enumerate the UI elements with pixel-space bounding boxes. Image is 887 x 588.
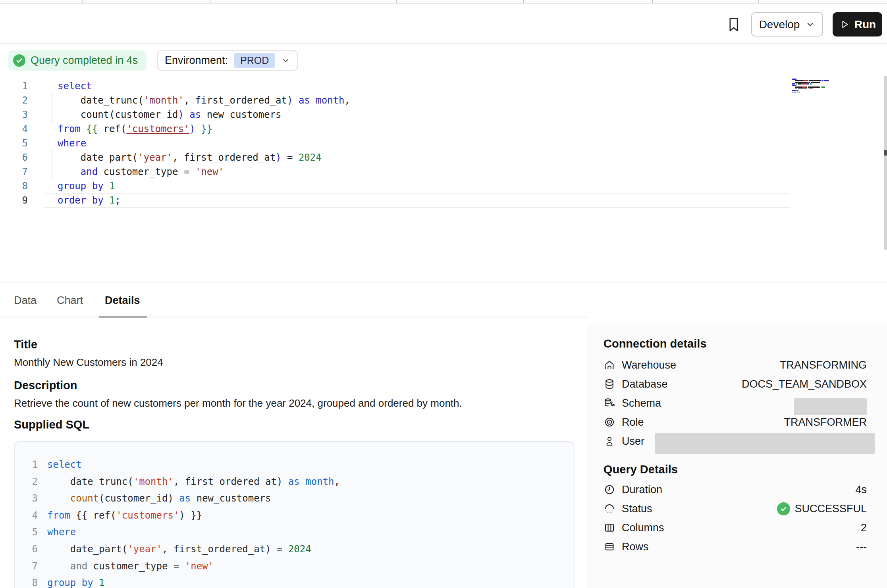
row-value: 4s bbox=[855, 484, 867, 496]
row-value: SUCCESSFUL bbox=[794, 503, 867, 515]
duration-icon bbox=[604, 484, 615, 496]
detail-row: StatusSUCCESSFUL bbox=[604, 499, 867, 518]
code-line: 7 and customer_type = 'new' bbox=[15, 558, 574, 575]
columns-icon bbox=[604, 522, 615, 534]
code-line: 6 date_part('year', first_ordered_at) = … bbox=[15, 541, 574, 558]
code-text: from {{ ref('customers') }} bbox=[47, 507, 202, 524]
query-status-badge: Query completed in 4s bbox=[8, 50, 147, 71]
line-number: 3 bbox=[0, 108, 28, 122]
row-label: Rows bbox=[622, 541, 649, 553]
code-line: 3 count(customer_id) as new_customers bbox=[0, 108, 887, 122]
develop-button[interactable]: Develop bbox=[751, 12, 823, 37]
check-circle-icon bbox=[13, 54, 25, 67]
row-value: TRANSFORMING bbox=[780, 359, 867, 371]
code-line: 1select bbox=[0, 79, 887, 93]
code-text: date_trunc('month', first_ordered_at) as… bbox=[58, 93, 350, 108]
tabs-bottom-border bbox=[0, 317, 588, 317]
editor-scrollbar[interactable] bbox=[884, 76, 887, 250]
code-line: 2 date_trunc('month', first_ordered_at) … bbox=[0, 93, 887, 108]
row-label: Duration bbox=[622, 484, 662, 496]
connection-details-heading: Connection details bbox=[604, 336, 867, 351]
detail-row: User bbox=[604, 432, 867, 451]
code-text: select bbox=[47, 456, 82, 473]
bookmark-button[interactable] bbox=[725, 15, 744, 35]
description-value: Retrieve the count of new customers per … bbox=[14, 396, 462, 410]
app-header: Develop Run bbox=[0, 4, 887, 44]
line-number: 1 bbox=[15, 456, 38, 473]
environment-label: Environment: bbox=[165, 54, 228, 67]
code-line: 2 date_trunc('month', first_ordered_at) … bbox=[15, 473, 574, 490]
line-number: 6 bbox=[15, 541, 38, 558]
line-number: 8 bbox=[0, 179, 28, 193]
run-button[interactable]: Run bbox=[833, 12, 882, 37]
database-icon bbox=[604, 378, 615, 390]
code-text: count(customer_id) as new_customers bbox=[47, 490, 271, 507]
row-value: TRANSFORMER bbox=[784, 416, 867, 429]
redacted-value bbox=[655, 433, 875, 454]
connection-details-panel: Connection details WarehouseTRANSFORMING… bbox=[588, 323, 887, 588]
code-text: order by 1; bbox=[58, 193, 121, 208]
indent-guide bbox=[52, 93, 52, 108]
code-text: and customer_type = 'new' bbox=[58, 165, 224, 179]
code-text: group by 1 bbox=[58, 179, 115, 193]
detail-row: Duration4s bbox=[604, 480, 867, 499]
line-number: 4 bbox=[15, 507, 38, 524]
code-line: 5where bbox=[15, 524, 574, 541]
code-line: 4from {{ ref('customers') }} bbox=[0, 122, 887, 136]
detail-row: Columns2 bbox=[604, 518, 867, 537]
detail-row: RoleTRANSFORMER bbox=[604, 413, 867, 432]
code-text: date_trunc('month', first_ordered_at) as… bbox=[47, 473, 340, 490]
code-line: 8group by 1 bbox=[0, 179, 887, 193]
tab-details[interactable]: Details bbox=[105, 283, 140, 317]
code-text: date_part('year', first_ordered_at) = 20… bbox=[47, 541, 311, 558]
line-number: 3 bbox=[15, 490, 38, 507]
tab-separator bbox=[82, 0, 83, 3]
query-details-heading: Query Details bbox=[604, 462, 867, 477]
line-number: 7 bbox=[0, 165, 28, 179]
line-number: 5 bbox=[15, 524, 38, 541]
line-number: 9 bbox=[0, 193, 28, 208]
sql-editor[interactable]: 1select2 date_trunc('month', first_order… bbox=[0, 79, 887, 208]
line-number: 8 bbox=[15, 575, 38, 588]
code-line: 4from {{ ref('customers') }} bbox=[15, 507, 574, 524]
row-label: User bbox=[622, 435, 644, 448]
line-number: 5 bbox=[0, 136, 28, 150]
row-label: Role bbox=[622, 416, 644, 429]
indent-guide bbox=[52, 165, 52, 179]
environment-dropdown[interactable]: Environment: PROD bbox=[157, 50, 298, 71]
supplied-sql-block: 1select2 date_trunc('month', first_order… bbox=[14, 441, 575, 588]
code-text: where bbox=[58, 136, 86, 150]
check-circle-icon bbox=[777, 502, 790, 515]
code-line: 5where bbox=[0, 136, 887, 150]
tab-data[interactable]: Data bbox=[14, 283, 37, 317]
indent-guide bbox=[52, 108, 52, 122]
indent-guide bbox=[52, 150, 52, 165]
supplied-sql-heading: Supplied SQL bbox=[14, 417, 89, 432]
code-line: 8group by 1 bbox=[15, 575, 574, 588]
results-tabs: DataChartDetails bbox=[0, 282, 887, 317]
detail-row: WarehouseTRANSFORMING bbox=[604, 355, 867, 375]
code-line: 3 count(customer_id) as new_customers bbox=[15, 490, 574, 507]
detail-row: Schema bbox=[604, 394, 867, 413]
line-number: 6 bbox=[0, 150, 28, 165]
tab-separator bbox=[523, 0, 524, 3]
warehouse-icon bbox=[604, 359, 615, 371]
code-text: group by 1 bbox=[47, 575, 105, 588]
row-label: Columns bbox=[622, 522, 664, 534]
code-text: where bbox=[47, 524, 76, 541]
scrollbar-thumb[interactable] bbox=[884, 150, 887, 156]
line-number: 2 bbox=[0, 93, 28, 108]
title-heading: Title bbox=[14, 337, 37, 352]
editor-minimap[interactable] bbox=[792, 79, 837, 93]
tab-separator bbox=[758, 0, 759, 3]
row-value: --- bbox=[856, 541, 867, 553]
redacted-value bbox=[794, 398, 867, 415]
rows-icon bbox=[604, 541, 615, 553]
run-label: Run bbox=[854, 18, 876, 31]
detail-row: Rows--- bbox=[604, 537, 867, 556]
status-icon bbox=[604, 503, 615, 515]
tab-chart[interactable]: Chart bbox=[57, 283, 83, 317]
line-number: 7 bbox=[15, 558, 38, 575]
status-success-badge: SUCCESSFUL bbox=[777, 502, 867, 515]
row-value: 2 bbox=[861, 522, 867, 534]
